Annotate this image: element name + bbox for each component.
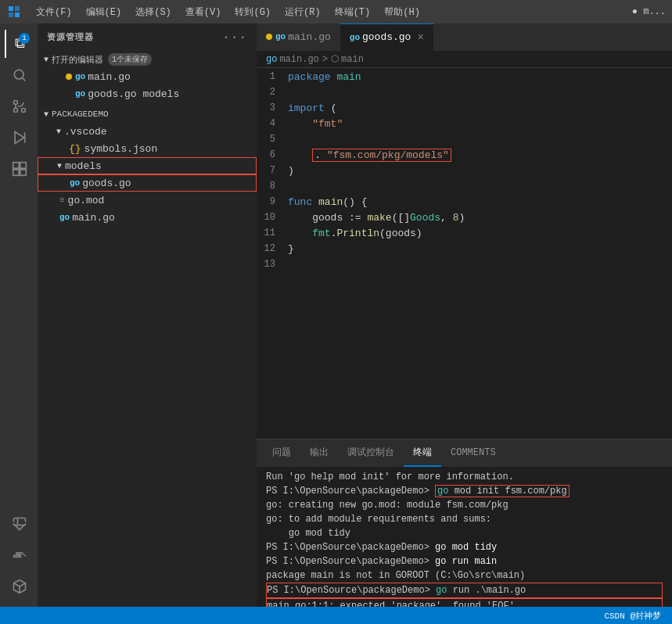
- svg-rect-1: [15, 6, 20, 11]
- go-mod-file[interactable]: ≡ go.mod: [38, 192, 257, 209]
- code-line-3: 3 import (: [257, 102, 672, 118]
- package-icon[interactable]: [5, 572, 33, 601]
- menu-goto[interactable]: 转到(G): [228, 4, 277, 20]
- gomod-icon: ≡: [59, 195, 65, 205]
- symbols-json[interactable]: {} symbols.json: [38, 140, 257, 157]
- unsaved-badge: 1个未保存: [108, 53, 152, 66]
- code-line-2: 2: [257, 87, 672, 102]
- activity-bar: ⧉ 1: [0, 23, 38, 607]
- menu-bar: 文件(F) 编辑(E) 选择(S) 查看(V) 转到(G) 运行(R) 终端(T…: [0, 0, 672, 23]
- tab-main-go[interactable]: go main.go: [257, 23, 340, 51]
- svg-rect-19: [19, 553, 21, 555]
- files-icon[interactable]: ⧉ 1: [5, 30, 33, 58]
- tab-modified-dot: [266, 34, 272, 40]
- open-editors-section[interactable]: ▼ 打开的编辑器 1个未保存: [38, 51, 257, 68]
- vscode-arrow: ▼: [56, 127, 61, 136]
- terminal-line-7: PS I:\OpenSource\packageDemo> go run mai…: [266, 554, 663, 568]
- menu-view[interactable]: 查看(V): [179, 4, 228, 20]
- code-line-10: 10 goods := make([]Goods, 8): [257, 212, 672, 228]
- terminal-line-1: Run 'go help mod init' for more informat…: [266, 470, 663, 484]
- import-highlight-box: . "fsm.com/pkg/models": [312, 149, 451, 162]
- code-line-13: 13: [257, 259, 672, 274]
- packagedemo-section[interactable]: ▼ PACKAGEDEMO: [38, 106, 257, 123]
- packagedemo-arrow: ▼: [44, 110, 49, 119]
- menu-terminal[interactable]: 终端(T): [329, 4, 377, 20]
- json-icon: {}: [69, 143, 81, 155]
- modified-dot: [66, 74, 72, 80]
- svg-rect-18: [16, 553, 18, 555]
- source-control-icon[interactable]: [5, 92, 33, 120]
- go-breadcrumb-icon: go: [266, 54, 277, 65]
- main-go-file[interactable]: go main.go: [38, 209, 257, 226]
- terminal-line-3: go: creating new go.mod: module fsm.com/…: [266, 498, 663, 512]
- sidebar: 资源管理器 ··· ▼ 打开的编辑器 1个未保存 go main.go go g…: [38, 23, 257, 607]
- svg-rect-17: [19, 555, 21, 558]
- code-editor[interactable]: 1 package main 2 3 import ( 4 "fmt" 5 6: [257, 68, 672, 439]
- open-editor-goods-go[interactable]: go goods.go models: [38, 85, 257, 102]
- panel-tab-problems[interactable]: 问题: [263, 439, 300, 467]
- svg-rect-14: [20, 170, 27, 176]
- main-layout: ⧉ 1: [0, 23, 672, 607]
- terminal-line-8: package main is not in GOROOT (C:\Go\src…: [266, 568, 663, 583]
- tab-bar: go main.go go goods.go ×: [257, 23, 672, 51]
- panel-tab-output[interactable]: 输出: [300, 439, 338, 467]
- menu-file[interactable]: 文件(F): [30, 4, 78, 20]
- panel-tab-debug[interactable]: 调试控制台: [338, 439, 404, 467]
- terminal-line-4: go: to add module requirements and sums:: [266, 512, 663, 526]
- go-icon-2: go: [75, 89, 85, 99]
- editor-area: go main.go go goods.go × go main.go > ⬡ …: [257, 23, 672, 607]
- svg-point-7: [14, 101, 18, 105]
- status-csdn: CSDN @封神梦: [599, 610, 666, 622]
- open-editor-main-go[interactable]: go main.go: [38, 68, 257, 85]
- status-bar: CSDN @封神梦: [0, 607, 672, 624]
- vscode-folder[interactable]: ▼ .vscode: [38, 123, 257, 140]
- extensions-icon[interactable]: [5, 155, 33, 183]
- code-line-5: 5: [257, 134, 672, 149]
- svg-rect-13: [13, 170, 20, 176]
- open-editors-arrow: ▼: [44, 56, 49, 64]
- svg-point-8: [14, 109, 18, 113]
- search-icon[interactable]: [5, 61, 33, 89]
- code-line-11: 11 fmt.Println(goods): [257, 228, 672, 243]
- test-icon[interactable]: [5, 510, 33, 538]
- svg-marker-9: [15, 132, 24, 144]
- terminal-line-9: PS I:\OpenSource\packageDemo> go run .\m…: [266, 583, 663, 598]
- terminal[interactable]: Run 'go help mod init' for more informat…: [257, 467, 672, 607]
- svg-rect-0: [9, 6, 13, 11]
- docker-icon[interactable]: [5, 541, 33, 569]
- code-line-7: 7 ): [257, 165, 672, 181]
- code-line-8: 8: [257, 181, 672, 196]
- menu-run[interactable]: 运行(R): [279, 4, 327, 20]
- sidebar-menu-button[interactable]: ···: [222, 30, 247, 45]
- tab-goods-go[interactable]: go goods.go ×: [340, 23, 433, 51]
- code-line-9: 9 func main() {: [257, 196, 672, 212]
- menu-select[interactable]: 选择(S): [129, 4, 178, 20]
- svg-rect-11: [13, 163, 20, 169]
- menu-help[interactable]: 帮助(H): [378, 4, 426, 20]
- code-line-1: 1 package main: [257, 71, 672, 87]
- bottom-panel: 问题 输出 调试控制台 终端 COMMENTS Run 'go help mod…: [257, 439, 672, 607]
- models-folder[interactable]: ▼ models: [38, 157, 257, 174]
- terminal-line-5: go mod tidy: [266, 526, 663, 540]
- sidebar-header: 资源管理器 ···: [38, 23, 257, 51]
- run-debug-icon[interactable]: [5, 124, 33, 152]
- svg-rect-15: [14, 555, 16, 558]
- cmd-highlight-1: go mod init fsm.com/pkg: [435, 485, 570, 497]
- go-icon: go: [75, 72, 85, 81]
- code-line-12: 12 }: [257, 243, 672, 259]
- terminal-line-6: PS I:\OpenSource\packageDemo> go mod tid…: [266, 540, 663, 554]
- goods-go-file[interactable]: go goods.go: [38, 174, 257, 192]
- terminal-line-2: PS I:\OpenSource\packageDemo> go mod ini…: [266, 484, 663, 498]
- code-line-4: 4 "fmt": [257, 118, 672, 134]
- menu-edit[interactable]: 编辑(E): [80, 4, 128, 20]
- sidebar-section: ▼ 打开的编辑器 1个未保存 go main.go go goods.go mo…: [38, 51, 257, 607]
- panel-tab-comments[interactable]: COMMENTS: [441, 439, 505, 467]
- tab-close-button[interactable]: ×: [417, 31, 423, 44]
- main-go-icon: go: [59, 213, 70, 222]
- breadcrumb: go main.go > ⬡ main: [257, 51, 672, 68]
- svg-point-6: [22, 109, 26, 113]
- svg-rect-2: [9, 13, 13, 17]
- svg-rect-12: [20, 163, 27, 169]
- svg-line-5: [23, 78, 26, 81]
- panel-tab-terminal[interactable]: 终端: [404, 439, 441, 467]
